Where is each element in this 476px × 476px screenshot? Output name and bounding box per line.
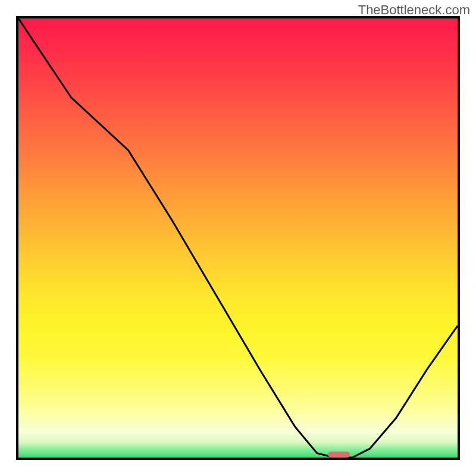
chart-frame (16, 16, 460, 460)
chart-container: TheBottleneck.com (0, 0, 476, 476)
bottleneck-curve-path (18, 18, 458, 458)
curve-plot (18, 18, 458, 458)
watermark-label: TheBottleneck.com (358, 2, 470, 18)
optimal-marker (328, 452, 350, 458)
